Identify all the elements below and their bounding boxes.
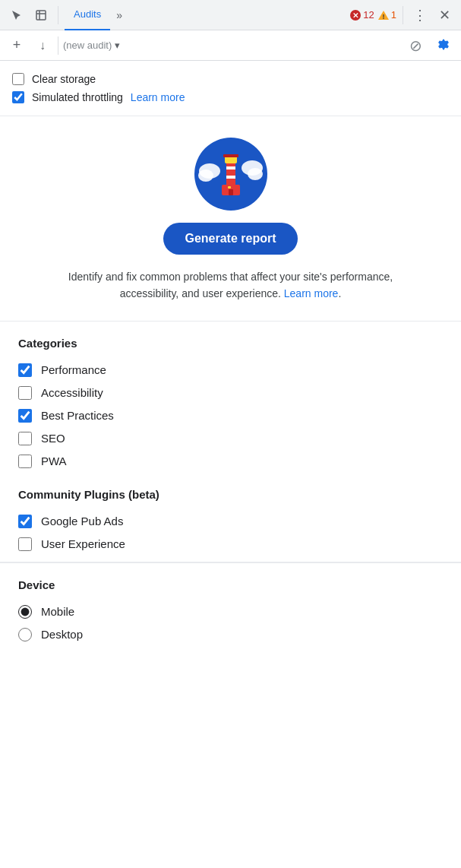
error-icon: ✕ — [349, 9, 362, 21]
device-desktop-row[interactable]: Desktop — [18, 623, 443, 646]
category-seo-checkbox[interactable] — [18, 432, 32, 445]
toolbar-divider-2 — [403, 6, 403, 24]
toolbar-menu-button[interactable]: ⋮ — [409, 5, 431, 26]
hero-description-text: Identify and fix common problems that af… — [68, 271, 393, 299]
inspect-icon — [35, 9, 47, 21]
category-accessibility-label: Accessibility — [41, 386, 103, 399]
plugin-user-experience-label: User Experience — [41, 537, 125, 550]
inspect-tool-button[interactable] — [30, 5, 52, 26]
generate-report-button[interactable]: Generate report — [163, 223, 297, 255]
device-title: Device — [18, 578, 443, 591]
category-performance-row[interactable]: Performance — [18, 359, 443, 382]
gear-icon — [435, 38, 450, 53]
new-audit-add-button[interactable]: + — [6, 35, 27, 56]
category-best-practices-label: Best Practices — [41, 409, 114, 422]
hero-section: Generate report Identify and fix common … — [0, 116, 461, 322]
lighthouse-logo — [194, 138, 267, 211]
category-pwa-checkbox[interactable] — [18, 455, 32, 468]
category-best-practices-checkbox[interactable] — [18, 409, 32, 423]
category-pwa-label: PWA — [41, 455, 67, 467]
hero-learn-more[interactable]: Learn more — [284, 287, 339, 299]
simulated-throttling-checkbox[interactable] — [12, 91, 24, 103]
error-count: 12 — [363, 9, 374, 21]
audit-selector[interactable]: (new audit) ▾ — [63, 40, 400, 51]
plugin-user-experience-checkbox[interactable] — [18, 537, 32, 551]
svg-text:✕: ✕ — [352, 11, 358, 20]
device-mobile-row[interactable]: Mobile — [18, 600, 443, 623]
category-performance-checkbox[interactable] — [18, 363, 32, 377]
warning-count: 1 — [391, 9, 396, 21]
svg-point-10 — [198, 169, 213, 182]
svg-text:!: ! — [382, 13, 384, 21]
secondary-toolbar: + ↓ (new audit) ▾ ⊘ — [0, 30, 461, 61]
categories-title: Categories — [18, 337, 443, 350]
category-accessibility-checkbox[interactable] — [18, 386, 32, 400]
audit-selector-label: (new audit) — [63, 40, 112, 51]
device-desktop-radio[interactable] — [18, 628, 32, 641]
toolbar-divider-1 — [58, 6, 58, 24]
device-mobile-label: Mobile — [41, 605, 74, 618]
device-section: Device Mobile Desktop — [0, 562, 461, 658]
generate-report-label: Generate report — [185, 232, 276, 245]
cursor-icon — [11, 9, 23, 21]
more-tabs-button[interactable]: » — [113, 6, 125, 24]
cursor-tool-button[interactable] — [6, 5, 27, 26]
category-seo-row[interactable]: SEO — [18, 427, 443, 450]
clear-storage-row[interactable]: Clear storage — [12, 70, 449, 88]
warning-badge[interactable]: ! 1 — [377, 9, 396, 21]
warning-icon: ! — [377, 9, 390, 21]
device-desktop-label: Desktop — [41, 628, 83, 641]
category-best-practices-row[interactable]: Best Practices — [18, 404, 443, 427]
clear-storage-checkbox[interactable] — [12, 73, 24, 85]
plugin-google-pub-ads-checkbox[interactable] — [18, 515, 32, 528]
svg-rect-13 — [226, 166, 235, 169]
toolbar2-divider — [58, 36, 58, 55]
clear-storage-label: Clear storage — [32, 73, 96, 85]
svg-rect-17 — [223, 154, 238, 157]
svg-rect-14 — [226, 176, 235, 179]
simulated-throttling-row[interactable]: Simulated throttling Learn more — [12, 88, 449, 106]
community-plugins-title: Community Plugins (beta) — [18, 488, 443, 501]
audits-tab[interactable]: Audits — [65, 0, 110, 30]
categories-section: Categories Performance Accessibility Bes… — [0, 322, 461, 479]
options-section: Clear storage Simulated throttling Learn… — [0, 61, 461, 116]
category-pwa-row[interactable]: PWA — [18, 450, 443, 473]
cancel-icon: ⊘ — [405, 35, 426, 56]
error-warning-area: ✕ 12 ! 1 ⋮ ✕ — [349, 5, 455, 26]
plugin-google-pub-ads-row[interactable]: Google Pub Ads — [18, 510, 443, 533]
settings-gear-button[interactable] — [431, 33, 455, 58]
simulated-throttling-label: Simulated throttling — [32, 91, 123, 103]
error-badge[interactable]: ✕ 12 — [349, 9, 374, 21]
main-toolbar: Audits » ✕ 12 ! 1 ⋮ ✕ — [0, 0, 461, 30]
hero-description: Identify and fix common problems that af… — [49, 268, 413, 303]
svg-point-11 — [248, 168, 263, 180]
community-plugins-section: Community Plugins (beta) Google Pub Ads … — [0, 479, 461, 562]
svg-rect-18 — [229, 189, 233, 195]
svg-rect-12 — [226, 160, 235, 188]
plugin-user-experience-row[interactable]: User Experience — [18, 533, 443, 556]
device-mobile-radio[interactable] — [18, 605, 32, 619]
category-performance-label: Performance — [41, 363, 106, 376]
category-seo-label: SEO — [41, 432, 65, 445]
simulated-throttling-learn-more[interactable]: Learn more — [131, 91, 185, 103]
toolbar-close-button[interactable]: ✕ — [434, 5, 455, 26]
svg-rect-0 — [36, 11, 46, 20]
plugin-google-pub-ads-label: Google Pub Ads — [41, 515, 123, 527]
download-button[interactable]: ↓ — [32, 35, 53, 56]
category-accessibility-row[interactable]: Accessibility — [18, 382, 443, 404]
dropdown-icon: ▾ — [115, 40, 120, 51]
svg-rect-19 — [228, 186, 231, 188]
audits-tab-label: Audits — [74, 8, 101, 20]
